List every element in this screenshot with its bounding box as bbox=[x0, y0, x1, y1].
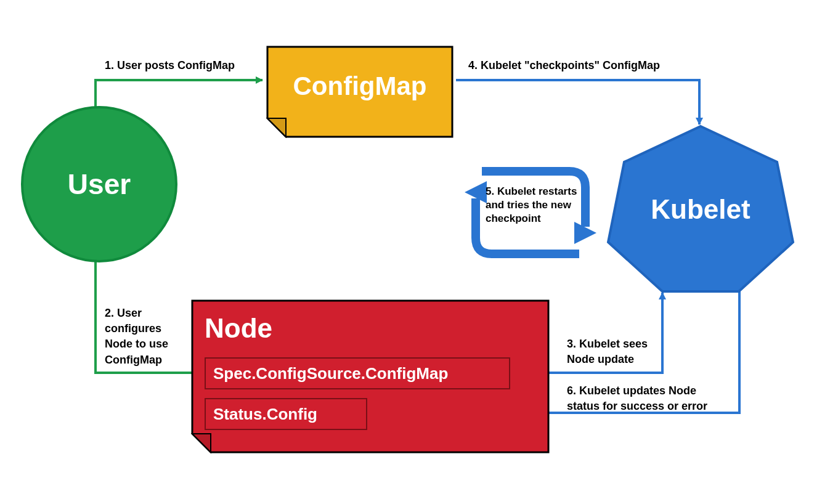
diagram-canvas: User ConfigMap Kubelet Node Spec.ConfigS… bbox=[0, 0, 838, 504]
step1-label: 1. User posts ConfigMap bbox=[105, 59, 235, 72]
step4-label: 4. Kubelet "checkpoints" ConfigMap bbox=[468, 59, 660, 72]
restart-box-text: 5. Kubelet restarts and tries the new ch… bbox=[486, 185, 578, 226]
step3-label: 3. Kubelet sees Node update bbox=[567, 336, 648, 367]
node-container: Node Spec.ConfigSource.ConfigMap Status.… bbox=[191, 299, 550, 453]
node-label: Node bbox=[205, 313, 272, 344]
user-node: User bbox=[21, 106, 177, 262]
kubelet-node: Kubelet bbox=[604, 123, 797, 295]
user-label: User bbox=[68, 168, 131, 201]
node-spec-box: Spec.ConfigSource.ConfigMap bbox=[205, 357, 510, 389]
arrow-step4 bbox=[456, 80, 699, 124]
configmap-label: ConfigMap bbox=[266, 71, 454, 101]
configmap-node: ConfigMap bbox=[266, 46, 454, 138]
step2-label: 2. User configures Node to use ConfigMap bbox=[105, 306, 191, 368]
step6-label: 6. Kubelet updates Node status for succe… bbox=[567, 383, 707, 414]
node-spec-label: Spec.ConfigSource.ConfigMap bbox=[213, 364, 448, 383]
node-status-box: Status.Config bbox=[205, 398, 367, 430]
kubelet-label: Kubelet bbox=[604, 194, 797, 225]
node-status-label: Status.Config bbox=[213, 405, 317, 424]
restart-box: 5. Kubelet restarts and tries the new ch… bbox=[465, 160, 596, 265]
arrow-step1 bbox=[96, 80, 262, 107]
